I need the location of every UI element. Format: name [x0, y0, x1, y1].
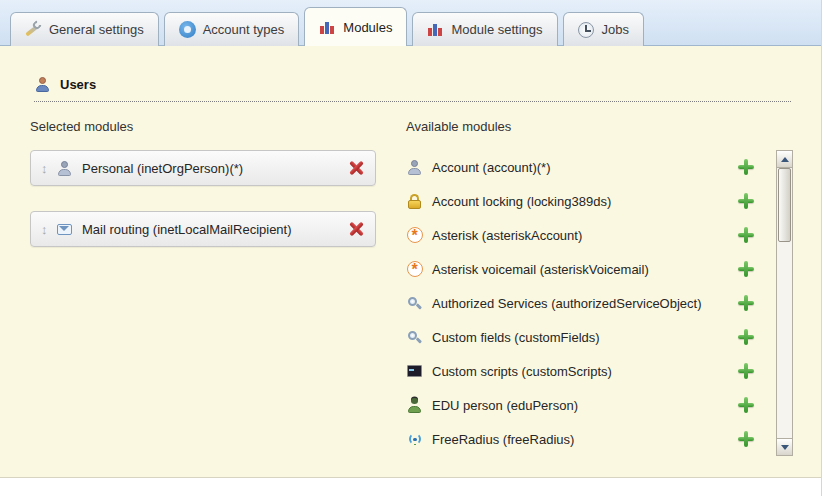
drag-handle-icon[interactable]: ↕	[41, 161, 56, 176]
available-module-custom-scripts: Custom scripts (customScripts)	[406, 354, 768, 388]
available-module-asterisk: Asterisk (asteriskAccount)	[406, 218, 768, 252]
available-module-custom-fields: Custom fields (customFields)	[406, 320, 768, 354]
magnifier-icon	[406, 295, 423, 312]
available-modules-list: Account (account)(*) Account locking (lo…	[406, 150, 768, 456]
badge-icon	[179, 21, 196, 38]
add-module-button[interactable]	[738, 397, 754, 413]
selected-modules-heading: Selected modules	[30, 120, 406, 134]
tab-modules[interactable]: Modules	[304, 7, 407, 46]
radio-icon	[406, 431, 423, 448]
drag-handle-icon[interactable]: ↕	[41, 222, 56, 237]
available-module-asterisk-voicemail: Asterisk voicemail (asteriskVoicemail)	[406, 252, 768, 286]
tab-module-settings[interactable]: Module settings	[412, 12, 557, 46]
module-label: Custom scripts (customScripts)	[432, 364, 738, 379]
account-type-section-header: Users	[34, 46, 791, 102]
add-module-button[interactable]	[738, 329, 754, 345]
wrench-icon	[25, 21, 42, 38]
asterisk-icon	[406, 227, 423, 244]
tab-label: General settings	[49, 22, 144, 37]
user-icon	[34, 76, 51, 93]
available-modules-column: Available modules Account (account)(*)	[406, 120, 793, 456]
person-icon	[406, 159, 423, 176]
remove-module-button[interactable]	[348, 221, 365, 238]
tab-general-settings[interactable]: General settings	[10, 12, 159, 46]
tab-jobs[interactable]: Jobs	[563, 12, 644, 46]
tab-label: Module settings	[451, 22, 542, 37]
available-modules-scrollbar[interactable]	[776, 150, 793, 456]
graduate-icon	[406, 397, 423, 414]
module-label: FreeRadius (freeRadius)	[432, 432, 738, 447]
tab-label: Modules	[343, 20, 392, 35]
asterisk-icon	[406, 261, 423, 278]
module-label: Asterisk voicemail (asteriskVoicemail)	[432, 262, 738, 277]
modules-panel: Users Selected modules ↕ Personal (inetO…	[0, 46, 821, 478]
chart-icon	[427, 21, 444, 38]
available-module-authorized-services: Authorized Services (authorizedServiceOb…	[406, 286, 768, 320]
selected-modules-column: Selected modules ↕ Personal (inetOrgPers…	[30, 120, 406, 456]
person-icon	[56, 160, 73, 177]
add-module-button[interactable]	[738, 193, 754, 209]
scroll-down-button[interactable]	[777, 438, 792, 455]
scroll-up-button[interactable]	[777, 151, 792, 168]
magnifier-icon	[406, 329, 423, 346]
available-module-account-locking: Account locking (locking389ds)	[406, 184, 768, 218]
module-label: Custom fields (customFields)	[432, 330, 738, 345]
tab-account-types[interactable]: Account types	[164, 12, 300, 46]
lock-icon	[406, 193, 423, 210]
module-label: Authorized Services (authorizedServiceOb…	[432, 296, 738, 311]
module-label: Mail routing (inetLocalMailRecipient)	[82, 222, 348, 237]
selected-modules-list: ↕ Personal (inetOrgPerson)(*) ↕ Mail rou…	[30, 150, 406, 247]
available-modules-heading: Available modules	[406, 120, 768, 134]
arrow-up-icon	[781, 153, 789, 162]
page-title: Users	[60, 77, 96, 92]
lam-config-window: General settings Account types Modules M…	[0, 0, 822, 496]
module-label: Asterisk (asteriskAccount)	[432, 228, 738, 243]
add-module-button[interactable]	[738, 227, 754, 243]
add-module-button[interactable]	[738, 295, 754, 311]
remove-module-button[interactable]	[348, 160, 365, 177]
module-label: Account locking (locking389ds)	[432, 194, 738, 209]
add-module-button[interactable]	[738, 159, 754, 175]
module-label: Account (account)(*)	[432, 160, 738, 175]
module-label: EDU person (eduPerson)	[432, 398, 738, 413]
available-module-edu-person: EDU person (eduPerson)	[406, 388, 768, 422]
available-modules-wrap: Available modules Account (account)(*)	[406, 120, 768, 456]
selected-module-personal: ↕ Personal (inetOrgPerson)(*)	[30, 150, 376, 186]
clock-icon	[578, 21, 595, 38]
tab-bar: General settings Account types Modules M…	[0, 0, 821, 46]
available-module-account: Account (account)(*)	[406, 150, 768, 184]
scroll-thumb[interactable]	[778, 168, 791, 242]
chart-icon	[319, 19, 336, 36]
tab-label: Account types	[203, 22, 285, 37]
tab-label: Jobs	[602, 22, 629, 37]
terminal-icon	[406, 363, 423, 380]
selected-module-mail-routing: ↕ Mail routing (inetLocalMailRecipient)	[30, 211, 376, 247]
add-module-button[interactable]	[738, 431, 754, 447]
add-module-button[interactable]	[738, 261, 754, 277]
arrow-down-icon	[781, 445, 789, 454]
modules-columns: Selected modules ↕ Personal (inetOrgPers…	[0, 102, 821, 456]
available-module-freeradius: FreeRadius (freeRadius)	[406, 422, 768, 456]
module-label: Personal (inetOrgPerson)(*)	[82, 161, 348, 176]
add-module-button[interactable]	[738, 363, 754, 379]
mail-icon	[56, 221, 73, 238]
